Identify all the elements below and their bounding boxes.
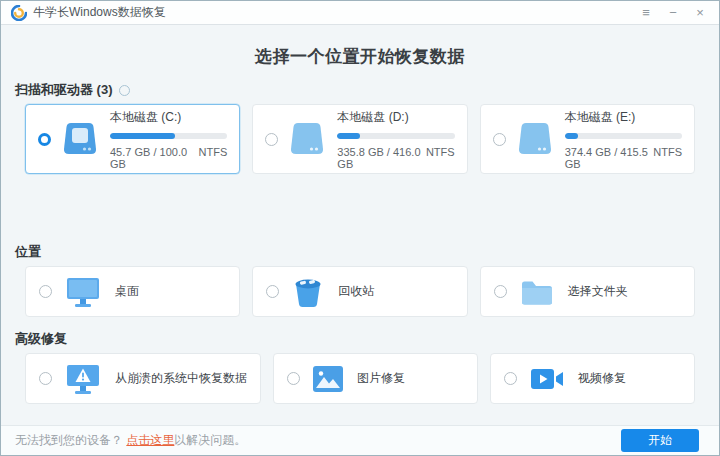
- close-icon[interactable]: ×: [693, 6, 707, 19]
- advanced-card-photo-repair[interactable]: 图片修复: [273, 353, 478, 404]
- folder-icon: [519, 277, 555, 307]
- location-card-desktop[interactable]: 桌面: [25, 266, 240, 317]
- drive-usage-bar: [110, 133, 227, 139]
- drives-row: 本地磁盘 (C:) 45.7 GB / 100.0 GB NTFS 本地磁盘 (…: [25, 104, 695, 174]
- drive-usage-text: 335.8 GB / 416.0 GB: [337, 146, 426, 170]
- advanced-label: 图片修复: [357, 370, 405, 387]
- advanced-card-crashed-system[interactable]: 从崩溃的系统中恢复数据: [25, 353, 261, 404]
- refresh-icon[interactable]: [119, 85, 130, 96]
- drive-usage-fill: [337, 133, 359, 139]
- desktop-icon: [64, 276, 102, 308]
- app-title: 牛学长Windows数据恢复: [33, 4, 166, 21]
- photo-repair-icon: [312, 365, 344, 393]
- locations-section-label: 位置: [15, 243, 695, 261]
- main-content: 选择一个位置开始恢复数据 扫描和驱动器 (3) 本地磁盘 (C:) 45.7 G…: [1, 25, 719, 425]
- advanced-radio[interactable]: [39, 372, 52, 385]
- drive-meta: 374.4 GB / 415.5 GB NTFS: [565, 146, 682, 170]
- drives-section-label: 扫描和驱动器 (3): [15, 81, 695, 99]
- drive-card-d[interactable]: 本地磁盘 (D:) 335.8 GB / 416.0 GB NTFS: [252, 104, 467, 174]
- advanced-radio[interactable]: [287, 372, 300, 385]
- app-logo-icon: [11, 5, 27, 21]
- locations-row: 桌面 回收站 选择文件夹: [25, 266, 695, 317]
- location-label: 选择文件夹: [568, 283, 628, 300]
- drive-usage-bar: [565, 133, 682, 139]
- advanced-label: 视频修复: [578, 370, 626, 387]
- drive-filesystem: NTFS: [426, 146, 455, 170]
- menu-icon[interactable]: ≡: [639, 6, 653, 19]
- location-radio[interactable]: [266, 285, 279, 298]
- drive-usage-fill: [110, 133, 175, 139]
- page-title: 选择一个位置开始恢复数据: [25, 45, 695, 68]
- video-repair-icon: [529, 365, 565, 393]
- drive-usage-text: 45.7 GB / 100.0 GB: [110, 146, 199, 170]
- advanced-card-video-repair[interactable]: 视频修复: [490, 353, 695, 404]
- location-radio[interactable]: [39, 285, 52, 298]
- hard-drive-icon: [515, 121, 555, 157]
- advanced-section-label: 高级修复: [15, 330, 695, 348]
- location-radio[interactable]: [494, 285, 507, 298]
- drive-name: 本地磁盘 (C:): [110, 109, 227, 126]
- footer-help-link[interactable]: 点击这里: [126, 433, 174, 447]
- drives-section-label-text: 扫描和驱动器 (3): [15, 81, 113, 99]
- location-card-recycle-bin[interactable]: 回收站: [252, 266, 467, 317]
- drive-filesystem: NTFS: [653, 146, 682, 170]
- drive-info: 本地磁盘 (C:) 45.7 GB / 100.0 GB NTFS: [110, 109, 227, 170]
- minimize-icon[interactable]: −: [666, 6, 680, 19]
- drive-name: 本地磁盘 (E:): [565, 109, 682, 126]
- drive-card-e[interactable]: 本地磁盘 (E:) 374.4 GB / 415.5 GB NTFS: [480, 104, 695, 174]
- drive-usage-fill: [565, 133, 578, 139]
- hard-drive-icon: [287, 121, 327, 157]
- advanced-label: 从崩溃的系统中恢复数据: [115, 370, 247, 387]
- drive-name: 本地磁盘 (D:): [337, 109, 454, 126]
- crashed-system-icon: [64, 363, 102, 395]
- drive-radio[interactable]: [493, 133, 506, 146]
- titlebar: 牛学长Windows数据恢复 ≡ − ×: [1, 1, 719, 25]
- drive-card-c[interactable]: 本地磁盘 (C:) 45.7 GB / 100.0 GB NTFS: [25, 104, 240, 174]
- hard-drive-icon: [60, 121, 100, 157]
- drive-usage-text: 374.4 GB / 415.5 GB: [565, 146, 654, 170]
- recycle-bin-icon: [291, 276, 325, 308]
- drive-meta: 45.7 GB / 100.0 GB NTFS: [110, 146, 227, 170]
- drive-info: 本地磁盘 (E:) 374.4 GB / 415.5 GB NTFS: [565, 109, 682, 170]
- drive-radio[interactable]: [265, 133, 278, 146]
- location-label: 回收站: [338, 283, 374, 300]
- footer: 无法找到您的设备？ 点击这里以解决问题。 开始: [1, 425, 719, 455]
- footer-suffix: 以解决问题。: [174, 433, 246, 447]
- window-controls: ≡ − ×: [639, 6, 709, 19]
- drive-radio[interactable]: [38, 133, 51, 146]
- drive-info: 本地磁盘 (D:) 335.8 GB / 416.0 GB NTFS: [337, 109, 454, 170]
- drive-usage-bar: [337, 133, 454, 139]
- drive-filesystem: NTFS: [199, 146, 228, 170]
- start-button[interactable]: 开始: [621, 429, 699, 452]
- location-label: 桌面: [115, 283, 139, 300]
- drive-meta: 335.8 GB / 416.0 GB NTFS: [337, 146, 454, 170]
- advanced-radio[interactable]: [504, 372, 517, 385]
- footer-question: 无法找到您的设备？: [15, 433, 123, 447]
- location-card-choose-folder[interactable]: 选择文件夹: [480, 266, 695, 317]
- footer-help-text: 无法找到您的设备？ 点击这里以解决问题。: [15, 432, 246, 449]
- advanced-row: 从崩溃的系统中恢复数据 图片修复 视频修复: [25, 353, 695, 404]
